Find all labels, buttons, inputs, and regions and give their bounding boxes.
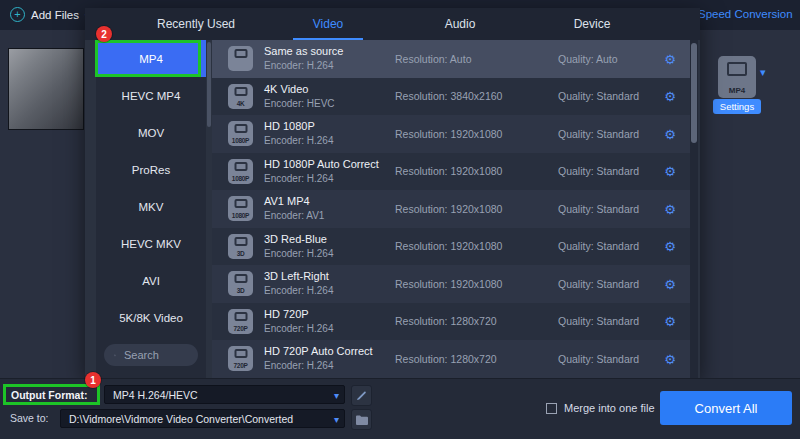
tab-recently-used[interactable]: Recently Used (130, 8, 262, 40)
format-row[interactable]: Same as source Encoder: H.264 Resolution… (212, 40, 690, 78)
format-badge-icon: 4K (228, 84, 253, 109)
popup-tab-bar: Recently Used Video Audio Device (85, 8, 700, 40)
format-picker-popup: Recently Used Video Audio Device MP4 HEV… (85, 8, 700, 378)
search-input[interactable] (122, 348, 188, 362)
format-search-box[interactable] (104, 344, 198, 366)
speed-conversion-button[interactable]: Speed Conversion (698, 8, 793, 20)
format-list-scrollbar-thumb[interactable] (691, 43, 697, 143)
sidebar-item-prores[interactable]: ProRes (96, 151, 206, 188)
settings-button[interactable]: Settings (713, 99, 761, 114)
format-icon-label: MP4 (718, 86, 756, 95)
sidebar-item-mov[interactable]: MOV (96, 114, 206, 151)
format-row[interactable]: 720P HD 720P Encoder: H.264 Resolution: … (212, 303, 690, 341)
screen-glyph-icon (727, 62, 747, 76)
folder-icon (356, 415, 368, 425)
gear-icon[interactable] (664, 315, 676, 328)
open-folder-button[interactable] (351, 409, 372, 430)
sidebar-item-mkv[interactable]: MKV (96, 188, 206, 225)
sidebar-item-mp4[interactable]: MP4 (96, 40, 206, 77)
format-container-list: MP4 HEVC MP4 MOV ProRes MKV HEVC MKV AVI… (96, 40, 206, 378)
format-list: Same as source Encoder: H.264 Resolution… (212, 40, 690, 378)
format-row[interactable]: 1080P AV1 MP4 Encoder: AV1 Resolution: 1… (212, 190, 690, 228)
sidebar-item-hevc-mkv[interactable]: HEVC MKV (96, 225, 206, 262)
tab-audio[interactable]: Audio (394, 8, 526, 40)
app-window: + Add Files Speed Conversion MP4 Setting… (0, 0, 800, 439)
save-to-dropdown[interactable]: D:\Vidmore\Vidmore Video Converter\Conve… (60, 409, 345, 428)
gear-icon[interactable] (664, 202, 676, 215)
format-badge-icon: 720P (228, 309, 253, 334)
merge-checkbox[interactable] (546, 403, 557, 414)
add-files-label: Add Files (31, 9, 79, 21)
annotation-step-badge: 2 (96, 26, 112, 42)
format-caret-down-icon[interactable] (760, 66, 766, 79)
speed-conversion-label: Speed Conversion (698, 8, 793, 20)
edit-profile-button[interactable] (351, 385, 372, 406)
gear-icon[interactable] (664, 352, 676, 365)
sidebar-item-5k8k[interactable]: 5K/8K Video (96, 299, 206, 336)
format-row[interactable]: 3D 3D Left-Right Encoder: H.264 Resoluti… (212, 265, 690, 303)
format-badge-icon: 1080P (228, 196, 253, 221)
format-row[interactable]: 4K 4K Video Encoder: HEVC Resolution: 38… (212, 78, 690, 116)
bottom-bar: Output Format: MP4 H.264/HEVC Save to: D… (0, 378, 800, 439)
gear-icon[interactable] (664, 277, 676, 290)
format-badge-icon: 1080P (228, 159, 253, 184)
format-list-scrollbar[interactable] (690, 40, 698, 378)
plus-circle-icon: + (10, 7, 25, 22)
sidebar-scrollbar-thumb[interactable] (207, 42, 211, 127)
merge-label: Merge into one file (564, 402, 655, 414)
tab-video[interactable]: Video (262, 8, 394, 40)
gear-icon[interactable] (664, 240, 676, 253)
add-files-button[interactable]: + Add Files (10, 7, 89, 22)
gear-icon[interactable] (664, 127, 676, 140)
settings-label: Settings (720, 101, 754, 112)
gear-icon[interactable] (664, 52, 676, 65)
format-row[interactable]: 720P HD 720P Auto Correct Encoder: H.264… (212, 340, 690, 378)
video-thumbnail (8, 48, 84, 130)
sidebar-item-hevc-mp4[interactable]: HEVC MP4 (96, 77, 206, 114)
annotation-step-badge: 1 (85, 372, 101, 388)
format-badge-icon: 3D (228, 271, 253, 296)
tab-device[interactable]: Device (526, 8, 658, 40)
format-badge-icon: 3D (228, 234, 253, 259)
format-badge-icon: 720P (228, 346, 253, 371)
output-format-dropdown[interactable]: MP4 H.264/HEVC (104, 385, 345, 404)
search-icon (114, 350, 116, 361)
convert-all-button[interactable]: Convert All (660, 391, 792, 425)
format-row[interactable]: 3D 3D Red-Blue Encoder: H.264 Resolution… (212, 228, 690, 266)
format-badge-icon: 1080P (228, 121, 253, 146)
merge-into-one-file-option[interactable]: Merge into one file (546, 402, 655, 414)
gear-icon[interactable] (664, 165, 676, 178)
output-format-icon[interactable]: MP4 (718, 56, 756, 98)
gear-icon[interactable] (664, 90, 676, 103)
format-row[interactable]: 1080P HD 1080P Encoder: H.264 Resolution… (212, 115, 690, 153)
format-row[interactable]: 1080P HD 1080P Auto Correct Encoder: H.2… (212, 153, 690, 191)
sidebar-item-avi[interactable]: AVI (96, 262, 206, 299)
save-to-label: Save to: (10, 412, 49, 424)
output-format-label: Output Format: (3, 384, 100, 405)
format-badge-icon (228, 46, 253, 71)
edit-pencil-icon (356, 390, 367, 401)
